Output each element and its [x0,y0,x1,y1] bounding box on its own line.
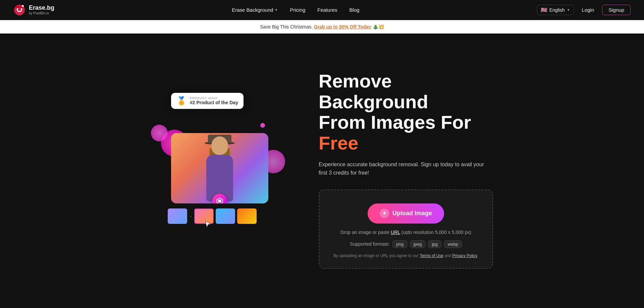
hero-illustration: 🏅 PRODUCT HUNT #2 Product of the Day [151,93,292,247]
headline-line1: Remove Background [319,70,428,112]
navbar-actions: 🇬🇧 English ▼ Login Signup [537,5,631,15]
language-chevron-icon: ▼ [567,8,570,12]
formats-row: Supported formats: png jpeg jpg webp [329,240,482,248]
logo-icon [13,4,25,16]
terms-of-use-link[interactable]: Terms of Use [420,253,443,258]
formats-label: Supported formats: [350,241,390,247]
drop-instruction: Drop an image or paste URL (upto resolut… [329,230,482,235]
language-selector[interactable]: 🇬🇧 English ▼ [537,5,574,15]
privacy-policy-link[interactable]: Privacy Policy [452,253,477,258]
head [211,136,228,155]
thumbnail-strip: - [168,208,257,224]
logo-subtitle: by PixelBin.io [29,11,54,15]
terms-text: By uploading an image or URL you agree t… [329,253,482,258]
nav-pricing[interactable]: Pricing [290,7,306,13]
svg-marker-6 [218,199,221,203]
drop-text-after: (upto resolution 5,000 x 5,000 px) [400,230,471,235]
flag-icon: 🇬🇧 [541,7,547,13]
language-label: English [549,7,565,13]
hero-headline: Remove Background From Images For Free [319,71,493,153]
thumbnail-4[interactable] [237,208,257,224]
terms-and: and [443,253,452,258]
erase-bg-chevron-icon: ▼ [275,8,278,12]
nav-blog[interactable]: Blog [350,7,360,13]
cursor-icon [205,220,211,228]
upload-button-label: Upload Image [392,210,432,217]
format-jpeg: jpeg [410,240,426,248]
hero-subtext: Experience accurate background removal. … [319,160,493,177]
login-button[interactable]: Login [578,5,598,15]
ph-title: #2 Product of the Day [190,100,238,105]
plus-icon: + [380,209,389,218]
svg-point-4 [22,5,24,7]
logo-text: Erase.bg by PixelBin.io [29,5,54,15]
banner-cta[interactable]: Grab up to 50% Off Today [314,24,371,29]
nav-erase-bg[interactable]: Erase Background ▼ [232,7,278,13]
logo-area: Erase.bg by PixelBin.io [13,4,54,16]
thumbnail-3[interactable] [216,208,235,224]
svg-point-2 [18,8,21,11]
promo-banner: Save Big This Christmas. Grab up to 50% … [0,20,644,34]
woman-figure [198,135,241,202]
logo-title: Erase.bg [29,5,54,11]
main-content: 🏅 PRODUCT HUNT #2 Product of the Day [0,34,644,306]
headline-free: Free [319,132,358,153]
navbar: Erase.bg by PixelBin.io Erase Background… [0,0,644,20]
url-link[interactable]: URL [391,230,400,235]
product-hunt-badge: 🏅 PRODUCT HUNT #2 Product of the Day [171,93,244,109]
terms-before: By uploading an image or URL you agree t… [333,253,420,258]
nav-links: Erase Background ▼ Pricing Features Blog [232,7,359,13]
format-png: png [392,240,407,248]
medal-icon: 🏅 [176,96,186,106]
deco-circle-magenta-small [151,125,168,141]
terms-dot: . [477,253,478,258]
pixelbin-icon [216,197,223,203]
ph-label: PRODUCT HUNT [190,97,238,100]
drop-text-before: Drop an image or paste [340,230,391,235]
signup-button[interactable]: Signup [602,5,631,15]
banner-text: Save Big This Christmas. [260,24,313,29]
hero-image-card [171,133,268,203]
format-jpg: jpg [428,240,441,248]
hero-text-area: Remove Background From Images For Free E… [319,71,493,269]
upload-image-button[interactable]: + Upload Image [368,203,444,224]
deco-dot-purple [260,123,265,128]
thumbnail-1[interactable] [168,208,187,224]
thumbnail-separator: - [190,213,192,219]
nav-features[interactable]: Features [317,7,337,13]
headline-line2: From Images For [319,112,471,133]
banner-emoji: 🎄💥 [373,24,384,29]
upload-area[interactable]: + Upload Image Drop an image or paste UR… [319,189,493,269]
format-webp: webp [444,240,462,248]
